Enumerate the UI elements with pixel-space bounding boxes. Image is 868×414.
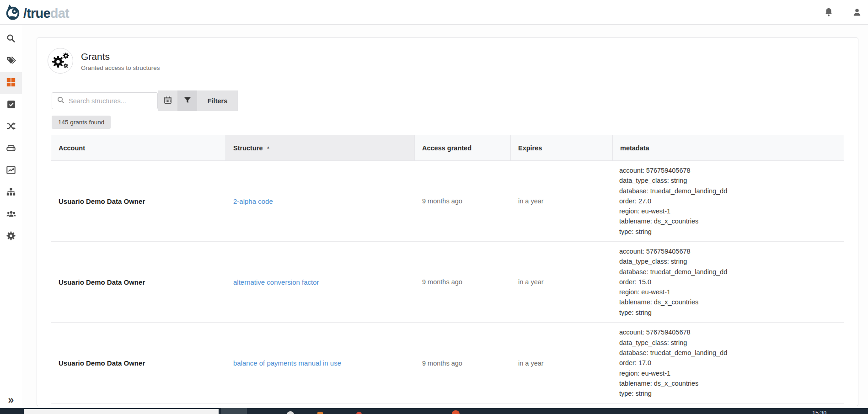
sidebar-item-insights[interactable] bbox=[0, 160, 22, 182]
logo-text: /truedat bbox=[23, 5, 69, 21]
metadata-line: type: string bbox=[619, 388, 652, 398]
cell-metadata: account: 576759405678data_type_class: st… bbox=[613, 242, 844, 322]
filters-button[interactable]: Filters bbox=[197, 90, 238, 111]
calendar-icon bbox=[163, 96, 172, 106]
metadata-line: order: 15.0 bbox=[619, 277, 651, 287]
sitemap-icon bbox=[6, 187, 16, 199]
os-taskbar: 15:30 bbox=[0, 408, 868, 414]
search-icon bbox=[57, 96, 65, 106]
tags-icon bbox=[6, 55, 16, 67]
sidebar-item-hierarchy[interactable] bbox=[0, 182, 22, 204]
calendar-filter-button[interactable] bbox=[158, 90, 177, 111]
grid-icon bbox=[6, 77, 16, 89]
metadata-line: type: string bbox=[619, 227, 652, 237]
cell-account: Usuario Demo Data Owner bbox=[51, 242, 226, 322]
metadata-line: type: string bbox=[619, 308, 652, 318]
structure-link[interactable]: alternative conversion factor bbox=[233, 278, 319, 286]
metadata-line: account: 576759405678 bbox=[619, 165, 691, 175]
metadata-line: order: 17.0 bbox=[619, 358, 651, 368]
metadata-line: database: truedat_demo_landing_dd bbox=[619, 348, 727, 358]
metadata-line: database: truedat_demo_landing_dd bbox=[619, 267, 727, 277]
filter-toggle-button[interactable] bbox=[177, 90, 197, 111]
gear-icon bbox=[6, 231, 16, 243]
check-square-icon bbox=[6, 100, 16, 111]
cell-structure: 2-alpha code bbox=[226, 161, 415, 241]
metadata-line: order: 27.0 bbox=[619, 196, 651, 206]
column-header-structure[interactable]: Structure ▲ bbox=[226, 135, 415, 161]
cell-metadata: account: 576759405678data_type_class: st… bbox=[613, 323, 844, 403]
metadata-line: database: truedat_demo_landing_dd bbox=[619, 186, 727, 196]
sidebar: » bbox=[0, 25, 22, 408]
metadata-line: account: 576759405678 bbox=[619, 246, 691, 256]
taskbar-active-app[interactable] bbox=[221, 408, 247, 414]
cell-expires: in a year bbox=[511, 161, 613, 241]
drive-icon bbox=[6, 143, 16, 155]
sidebar-item-lineage[interactable] bbox=[0, 116, 22, 138]
tiny-gear-icon bbox=[63, 62, 69, 70]
metadata-line: data_type_class: string bbox=[619, 338, 687, 348]
cell-access-granted: 9 months ago bbox=[415, 161, 511, 241]
sidebar-item-structures[interactable] bbox=[0, 72, 22, 94]
cell-account: Usuario Demo Data Owner bbox=[51, 323, 226, 403]
sidebar-item-tags[interactable] bbox=[0, 50, 22, 72]
table-row: Usuario Demo Data Owner alternative conv… bbox=[51, 242, 844, 323]
taskbar-search-input[interactable] bbox=[24, 409, 219, 414]
cell-access-granted: 9 months ago bbox=[415, 323, 511, 403]
users-icon bbox=[6, 209, 16, 221]
chart-icon bbox=[6, 165, 16, 177]
page-title: Grants bbox=[81, 51, 110, 62]
funnel-icon bbox=[183, 96, 192, 106]
metadata-line: account: 576759405678 bbox=[619, 327, 691, 337]
sort-ascending-icon: ▲ bbox=[266, 145, 270, 149]
sidebar-item-search[interactable] bbox=[0, 28, 22, 50]
column-header-access-granted[interactable]: Access granted bbox=[415, 135, 511, 161]
cell-structure: balance of payments manual in use bbox=[226, 323, 415, 403]
table-row: Usuario Demo Data Owner balance of payme… bbox=[51, 323, 844, 403]
metadata-line: data_type_class: string bbox=[619, 256, 687, 266]
grants-table: Account Structure ▲ Access granted Expir… bbox=[51, 135, 844, 404]
table-body: Usuario Demo Data Owner 2-alpha code 9 m… bbox=[51, 161, 844, 403]
sidebar-item-settings[interactable] bbox=[0, 226, 22, 248]
cell-metadata: account: 576759405678data_type_class: st… bbox=[613, 161, 844, 241]
shuffle-icon bbox=[6, 121, 16, 133]
column-header-metadata[interactable]: metadata bbox=[613, 135, 844, 161]
metadata-line: tablename: ds_x_countries bbox=[619, 378, 698, 388]
table-row: Usuario Demo Data Owner 2-alpha code 9 m… bbox=[51, 161, 844, 242]
metadata-line: tablename: ds_x_countries bbox=[619, 297, 698, 307]
cell-access-granted: 9 months ago bbox=[415, 242, 511, 322]
page-icon-circle bbox=[48, 48, 73, 74]
metadata-line: data_type_class: string bbox=[619, 175, 687, 186]
sidebar-item-users[interactable] bbox=[0, 204, 22, 226]
metadata-line: tablename: ds_x_countries bbox=[619, 216, 698, 226]
page-subtitle: Granted access to structures bbox=[81, 64, 160, 71]
cell-account: Usuario Demo Data Owner bbox=[51, 161, 226, 241]
structure-link[interactable]: 2-alpha code bbox=[233, 197, 273, 205]
taskbar-app-icon[interactable] bbox=[287, 411, 294, 414]
cell-structure: alternative conversion factor bbox=[226, 242, 415, 322]
taskbar-app-icon[interactable] bbox=[317, 412, 323, 414]
sidebar-item-quality[interactable] bbox=[0, 94, 22, 116]
search-box bbox=[52, 92, 158, 109]
results-count-badge: 145 grants found bbox=[52, 116, 111, 129]
column-header-account[interactable]: Account bbox=[51, 135, 226, 161]
metadata-line: region: eu-west-1 bbox=[619, 287, 670, 297]
taskbar-clock: 15:30 bbox=[812, 410, 826, 414]
metadata-line: region: eu-west-1 bbox=[619, 368, 670, 378]
top-bar: /truedat bbox=[0, 0, 868, 25]
column-header-expires[interactable]: Expires bbox=[511, 135, 613, 161]
sidebar-expand-button[interactable]: » bbox=[0, 394, 22, 405]
filters-button-group: Filters bbox=[158, 90, 238, 111]
grants-panel: Grants Granted access to structures bbox=[37, 37, 858, 406]
taskbar-app-icon[interactable] bbox=[356, 412, 362, 414]
small-gear-icon bbox=[62, 52, 70, 61]
user-icon[interactable] bbox=[852, 7, 863, 18]
truedat-logo[interactable]: /truedat bbox=[5, 4, 69, 23]
structure-link[interactable]: balance of payments manual in use bbox=[233, 359, 341, 367]
owl-logo-icon bbox=[5, 4, 21, 23]
bell-icon[interactable] bbox=[823, 7, 834, 18]
sidebar-item-systems[interactable] bbox=[0, 138, 22, 160]
cell-expires: in a year bbox=[511, 323, 613, 403]
browser-app-icon bbox=[452, 410, 460, 414]
search-input[interactable] bbox=[69, 97, 154, 105]
search-icon bbox=[6, 33, 16, 45]
